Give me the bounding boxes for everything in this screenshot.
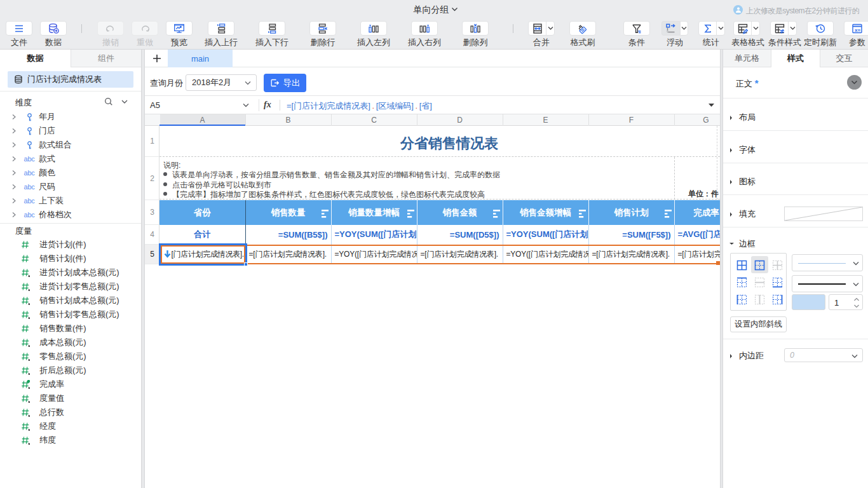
- svg-text:x=: x=: [855, 27, 860, 32]
